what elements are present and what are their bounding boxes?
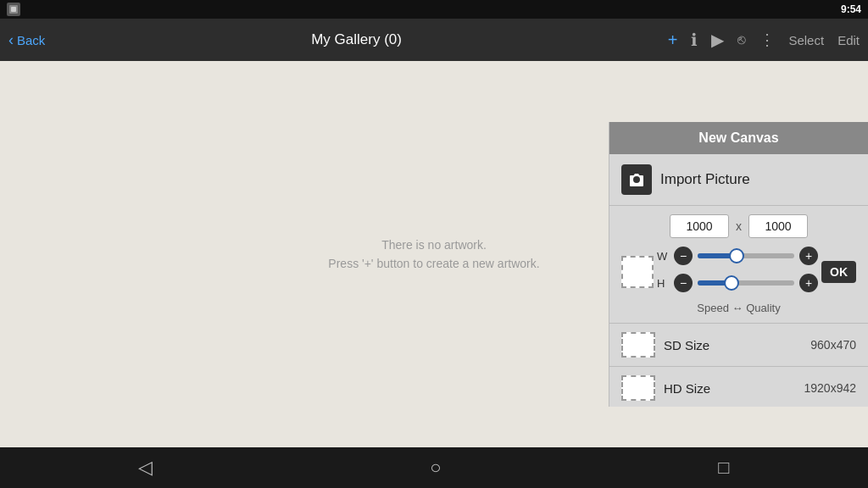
empty-line2: Press '+' button to create a new artwork…: [328, 254, 539, 273]
width-slider[interactable]: [698, 253, 794, 258]
more-icon[interactable]: ⋮: [760, 30, 775, 49]
dimensions-row: x: [621, 214, 856, 238]
width-input[interactable]: [670, 214, 729, 238]
canvas-preview: [621, 256, 654, 288]
gallery-empty-message: There is no artwork. Press '+' button to…: [328, 236, 539, 274]
width-slider-thumb: [729, 248, 744, 263]
size-list-item[interactable]: HD Size 1920x942: [609, 367, 868, 407]
app-icon: [7, 3, 20, 16]
back-label: Back: [17, 33, 45, 47]
camera-icon: [621, 164, 652, 195]
status-time: 9:54: [841, 3, 861, 15]
height-input[interactable]: [748, 214, 808, 238]
panel-title: New Canvas: [609, 122, 868, 154]
height-minus-button[interactable]: −: [674, 274, 693, 292]
import-picture-button[interactable]: Import Picture: [609, 154, 868, 206]
size-list-item[interactable]: SD Size 960x470: [609, 324, 868, 367]
home-nav-icon[interactable]: ○: [430, 457, 441, 479]
size-preview-thumbnail: [621, 375, 655, 401]
add-icon[interactable]: +: [668, 30, 678, 50]
new-canvas-panel: New Canvas Import Picture x: [609, 122, 868, 407]
height-slider-thumb: [724, 275, 739, 291]
size-item-name: HD Size: [664, 381, 795, 396]
recent-nav-icon[interactable]: □: [718, 457, 729, 479]
edit-button[interactable]: Edit: [837, 33, 860, 47]
size-item-dims: 1920x942: [804, 381, 856, 395]
height-plus-button[interactable]: +: [799, 274, 818, 292]
height-slider-row: H − +: [657, 274, 818, 292]
back-chevron-icon: ‹: [8, 31, 14, 49]
status-bar: 9:54: [0, 0, 868, 19]
back-nav-icon[interactable]: ◁: [138, 457, 153, 479]
speed-quality-label: Speed ↔ Quality: [621, 302, 856, 314]
dimension-separator: x: [736, 219, 742, 233]
top-nav: ‹ Back My Gallery (0) + ℹ ▶ ⎋ ⋮ Select E…: [0, 19, 868, 61]
dimensions-area: x W − + H: [609, 206, 868, 324]
import-label: Import Picture: [660, 171, 750, 188]
ok-button[interactable]: OK: [821, 261, 856, 283]
gallery-area: There is no artwork. Press '+' button to…: [0, 61, 868, 447]
select-button[interactable]: Select: [788, 33, 824, 47]
bottom-nav: ◁ ○ □: [0, 447, 868, 488]
size-preview-thumbnail: [621, 332, 655, 358]
size-list: SD Size 960x470 HD Size 1920x942 1:1 768…: [609, 324, 868, 407]
width-slider-row: W − +: [657, 247, 818, 265]
height-slider[interactable]: [698, 280, 794, 286]
info-icon[interactable]: ℹ: [691, 30, 698, 50]
share-icon[interactable]: ⎋: [737, 32, 746, 47]
nav-actions: + ℹ ▶ ⎋ ⋮ Select Edit: [668, 30, 860, 50]
height-label: H: [657, 277, 669, 290]
size-item-dims: 960x470: [810, 338, 856, 352]
width-plus-button[interactable]: +: [799, 247, 818, 265]
size-item-name: SD Size: [664, 338, 802, 352]
empty-line1: There is no artwork.: [328, 236, 539, 254]
play-icon[interactable]: ▶: [711, 30, 724, 50]
back-button[interactable]: ‹ Back: [8, 31, 45, 49]
svg-rect-1: [11, 7, 16, 12]
width-label: W: [657, 250, 669, 263]
width-minus-button[interactable]: −: [674, 247, 693, 265]
gallery-title: My Gallery (0): [45, 31, 667, 48]
